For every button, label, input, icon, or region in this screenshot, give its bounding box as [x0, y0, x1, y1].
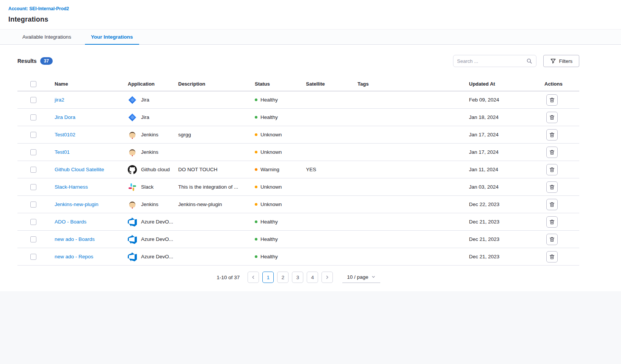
- row-checkbox[interactable]: [30, 236, 36, 242]
- results-label: Results: [17, 58, 37, 64]
- page-size-label: 10 / page: [347, 274, 368, 280]
- table-row: Test0102 Jenkins sgrgg Unknown Jan 17, 2…: [17, 126, 579, 144]
- page-title: Integrations: [8, 16, 613, 23]
- updated-at-cell: Feb 09, 2024: [469, 97, 544, 103]
- table-row: Jenkins-new-plugin Jenkins Jenkins-new-p…: [17, 196, 579, 213]
- table-row: jira2 Jira Healthy Feb 09, 2024: [17, 91, 579, 109]
- delete-button[interactable]: [546, 216, 558, 228]
- row-checkbox[interactable]: [30, 149, 36, 155]
- column-header-actions: Actions: [544, 81, 579, 87]
- integration-name-link[interactable]: Jira Dora: [55, 114, 75, 120]
- toolbar: Results 37 Filters: [17, 55, 579, 67]
- application-label: Jenkins: [141, 132, 158, 137]
- integration-name-link[interactable]: jira2: [55, 97, 64, 103]
- delete-button[interactable]: [546, 199, 558, 210]
- status-label: Unknown: [260, 184, 282, 190]
- row-checkbox[interactable]: [30, 184, 36, 190]
- application-label: Jira: [141, 114, 149, 120]
- delete-button[interactable]: [546, 181, 558, 193]
- status-label: Warning: [260, 167, 279, 172]
- trash-icon: [549, 254, 555, 260]
- status-dot: [255, 255, 257, 258]
- tab-available-integrations[interactable]: Available Integrations: [13, 30, 81, 44]
- status-label: Unknown: [260, 202, 282, 207]
- page-button-2[interactable]: 2: [277, 272, 289, 283]
- application-label: Github cloud: [141, 167, 170, 172]
- column-header-description: Description: [178, 81, 255, 87]
- integration-name-link[interactable]: new ado - Boards: [55, 236, 95, 242]
- select-all-checkbox[interactable]: [30, 81, 36, 87]
- filter-funnel-icon: [550, 58, 556, 64]
- trash-icon: [549, 236, 555, 242]
- results-count-badge: 37: [40, 57, 53, 65]
- application-label: Slack: [141, 184, 154, 190]
- delete-button[interactable]: [546, 251, 558, 262]
- trash-icon: [549, 184, 555, 190]
- page-size-select[interactable]: 10 / page: [342, 272, 380, 283]
- row-checkbox[interactable]: [30, 167, 36, 173]
- jenkins-icon: [128, 130, 137, 139]
- page-header: Account: SEI-Internal-Prod2 Integrations: [0, 0, 621, 30]
- status-dot: [255, 220, 257, 223]
- row-checkbox[interactable]: [30, 202, 36, 208]
- status-label: Healthy: [260, 219, 278, 225]
- integrations-panel: Results 37 Filters Name Application Desc…: [0, 45, 621, 291]
- updated-at-cell: Jan 17, 2024: [469, 132, 544, 137]
- next-page-button[interactable]: [321, 272, 333, 283]
- table-row: Test01 Jenkins Unknown Jan 17, 2024: [17, 144, 579, 161]
- delete-button[interactable]: [546, 147, 558, 158]
- trash-icon: [549, 149, 555, 155]
- delete-button[interactable]: [546, 94, 558, 106]
- account-breadcrumb-link[interactable]: Account: SEI-Internal-Prod2: [8, 6, 69, 11]
- search-input[interactable]: [457, 58, 526, 64]
- delete-button[interactable]: [546, 112, 558, 123]
- trash-icon: [549, 167, 555, 173]
- integration-name-link[interactable]: Slack-Harness: [55, 184, 88, 190]
- row-checkbox[interactable]: [30, 97, 36, 103]
- chevron-down-icon: [371, 275, 376, 279]
- table-row: Slack-Harness Slack This is the integrat…: [17, 178, 579, 196]
- status-label: Unknown: [260, 149, 282, 155]
- integration-name-link[interactable]: Github Cloud Satellite: [55, 167, 104, 172]
- updated-at-cell: Dec 21, 2023: [469, 254, 544, 259]
- updated-at-cell: Dec 22, 2023: [469, 202, 544, 207]
- integration-name-link[interactable]: Test0102: [55, 132, 75, 137]
- integration-name-link[interactable]: Jenkins-new-plugin: [55, 202, 99, 207]
- column-header-satellite: Satellite: [306, 81, 358, 87]
- status-label: Healthy: [260, 254, 278, 259]
- updated-at-cell: Dec 21, 2023: [469, 219, 544, 225]
- delete-button[interactable]: [546, 129, 558, 141]
- table-row: new ado - Repos Azure DevO... Healthy De…: [17, 248, 579, 266]
- status-label: Healthy: [260, 97, 278, 103]
- page-button-3[interactable]: 3: [292, 272, 303, 283]
- column-header-updated-at: Updated At: [469, 81, 544, 87]
- row-checkbox[interactable]: [30, 132, 36, 138]
- integration-name-link[interactable]: new ado - Repos: [55, 254, 93, 259]
- status-dot: [255, 238, 257, 241]
- status-dot: [255, 186, 257, 188]
- updated-at-cell: Jan 11, 2024: [469, 167, 544, 172]
- description-cell: Jenkins-new-plugin: [178, 202, 255, 207]
- row-checkbox[interactable]: [30, 219, 36, 225]
- column-header-status: Status: [255, 81, 306, 87]
- updated-at-cell: Dec 21, 2023: [469, 236, 544, 242]
- table-header-row: Name Application Description Status Sate…: [17, 77, 579, 91]
- page-button-1[interactable]: 1: [262, 272, 274, 283]
- trash-icon: [549, 219, 555, 225]
- integration-name-link[interactable]: ADO - Boards: [55, 219, 86, 225]
- previous-page-button[interactable]: [248, 272, 259, 283]
- row-checkbox[interactable]: [30, 254, 36, 260]
- search-icon: [526, 58, 532, 64]
- trash-icon: [549, 202, 555, 208]
- integration-name-link[interactable]: Test01: [55, 149, 70, 155]
- trash-icon: [549, 132, 555, 138]
- tab-your-integrations[interactable]: Your Integrations: [81, 30, 143, 44]
- delete-button[interactable]: [546, 234, 558, 245]
- page-button-4[interactable]: 4: [307, 272, 318, 283]
- updated-at-cell: Jan 18, 2024: [469, 114, 544, 120]
- chevron-right-icon: [325, 275, 329, 280]
- status-label: Healthy: [260, 236, 278, 242]
- row-checkbox[interactable]: [30, 114, 36, 120]
- delete-button[interactable]: [546, 164, 558, 175]
- filters-button[interactable]: Filters: [543, 55, 579, 67]
